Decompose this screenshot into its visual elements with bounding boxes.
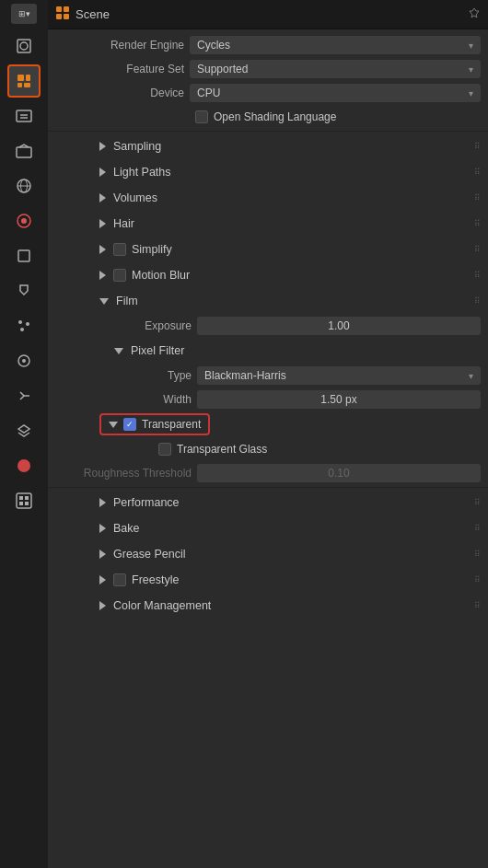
hair-title: Hair xyxy=(113,217,134,230)
view-layer-icon[interactable] xyxy=(7,134,41,168)
world-icon[interactable] xyxy=(7,204,41,237)
svg-rect-2 xyxy=(17,75,24,81)
open-shading-checkbox[interactable] xyxy=(195,110,208,123)
feature-set-row: Feature Set Supported ▾ xyxy=(48,57,488,81)
render-freestyle-icon[interactable] xyxy=(7,484,41,517)
svg-rect-6 xyxy=(17,110,31,122)
svg-point-1 xyxy=(20,42,28,50)
svg-rect-23 xyxy=(19,496,23,500)
color-management-section[interactable]: Color Management ⠿ xyxy=(48,593,488,619)
hair-dots: ⠿ xyxy=(474,219,481,228)
type-row: Type Blackman-Harris ▾ xyxy=(48,364,488,388)
width-value[interactable]: 1.50 px xyxy=(197,390,481,409)
mode-button-1[interactable]: ⊞▾ xyxy=(11,4,37,24)
svg-point-18 xyxy=(20,328,24,331)
bake-section[interactable]: Bake ⠿ xyxy=(48,515,488,541)
svg-rect-15 xyxy=(18,250,29,261)
width-label: Width xyxy=(63,393,192,406)
transparent-glass-label: Transparent Glass xyxy=(177,443,267,456)
type-label: Type xyxy=(63,369,192,382)
modifier-properties-icon[interactable] xyxy=(7,274,41,307)
device-row: Device CPU ▾ xyxy=(48,81,488,105)
pixel-filter-triangle xyxy=(114,348,123,354)
render-engine-dropdown[interactable]: Cycles ▾ xyxy=(190,36,481,54)
device-arrow: ▾ xyxy=(469,88,473,98)
data-properties-icon[interactable] xyxy=(7,414,41,447)
svg-rect-29 xyxy=(56,14,62,19)
svg-rect-9 xyxy=(17,147,31,157)
bake-dots: ⠿ xyxy=(474,524,481,533)
scene-icon[interactable] xyxy=(7,169,41,203)
transparent-checkbox[interactable]: ✓ xyxy=(123,418,136,431)
performance-triangle xyxy=(99,498,106,507)
svg-rect-0 xyxy=(17,40,30,52)
film-dots: ⠿ xyxy=(474,296,481,306)
grease-pencil-section[interactable]: Grease Pencil ⠿ xyxy=(48,541,488,567)
film-section[interactable]: Film ⠿ xyxy=(48,288,488,314)
open-shading-group: Open Shading Language xyxy=(195,110,336,123)
render-properties-icon[interactable] xyxy=(7,29,41,63)
motion-blur-title: Motion Blur xyxy=(132,269,190,282)
main-panel: Scene Render Engine Cycles ▾ Feature Set xyxy=(48,0,488,868)
svg-rect-5 xyxy=(24,83,30,87)
svg-rect-22 xyxy=(17,493,31,508)
performance-section[interactable]: Performance ⠿ xyxy=(48,490,488,515)
freestyle-checkbox[interactable] xyxy=(113,573,126,586)
transparent-row: ✓ Transparent xyxy=(48,411,488,437)
output-properties-icon[interactable] xyxy=(7,99,41,133)
simplify-triangle xyxy=(99,245,106,254)
render-engine-label: Render Engine xyxy=(55,39,184,52)
volumes-section[interactable]: Volumes ⠿ xyxy=(48,185,488,211)
device-dropdown[interactable]: CPU ▾ xyxy=(190,84,481,102)
transparent-glass-checkbox[interactable] xyxy=(158,443,171,456)
volumes-title: Volumes xyxy=(113,191,157,204)
render-engine-value[interactable]: Cycles ▾ xyxy=(190,36,481,54)
hair-section[interactable]: Hair ⠿ xyxy=(48,211,488,237)
freestyle-dots: ⠿ xyxy=(474,575,481,584)
sidebar: ⊞▾ xyxy=(0,0,48,868)
exposure-value[interactable]: 1.00 xyxy=(197,317,481,335)
svg-rect-30 xyxy=(64,14,69,19)
physics-icon[interactable] xyxy=(7,344,41,377)
svg-point-20 xyxy=(22,359,26,363)
width-input[interactable]: 1.50 px xyxy=(197,390,481,409)
grease-pencil-title: Grease Pencil xyxy=(113,548,186,561)
device-text: CPU xyxy=(197,87,220,99)
color-management-dots: ⠿ xyxy=(474,601,481,610)
motion-blur-triangle xyxy=(99,271,106,280)
volumes-dots: ⠿ xyxy=(474,193,481,203)
simplify-section[interactable]: Simplify ⠿ xyxy=(48,237,488,262)
material-icon[interactable] xyxy=(7,449,41,482)
transparent-triangle xyxy=(109,422,118,428)
scene-topbar-icon xyxy=(55,6,70,23)
bake-triangle xyxy=(99,524,106,533)
light-paths-section[interactable]: Light Paths ⠿ xyxy=(48,159,488,185)
freestyle-section[interactable]: Freestyle ⠿ xyxy=(48,567,488,593)
scene-properties-icon[interactable] xyxy=(7,64,41,98)
svg-rect-25 xyxy=(19,502,23,505)
feature-set-value[interactable]: Supported ▾ xyxy=(190,60,481,78)
freestyle-triangle xyxy=(99,575,106,584)
svg-rect-4 xyxy=(17,83,22,87)
grease-pencil-triangle xyxy=(99,550,106,559)
exposure-row: Exposure 1.00 xyxy=(48,314,488,338)
feature-set-dropdown[interactable]: Supported ▾ xyxy=(190,60,481,78)
type-value[interactable]: Blackman-Harris ▾ xyxy=(197,366,481,385)
hair-triangle xyxy=(99,219,106,228)
pixel-filter-section[interactable]: Pixel Filter xyxy=(48,338,488,364)
device-value[interactable]: CPU ▾ xyxy=(190,84,481,102)
pin-button[interactable] xyxy=(468,6,481,22)
simplify-title: Simplify xyxy=(132,243,172,256)
light-paths-triangle xyxy=(99,168,106,177)
particles-icon[interactable] xyxy=(7,309,41,342)
constraints-icon[interactable] xyxy=(7,379,41,412)
type-dropdown[interactable]: Blackman-Harris ▾ xyxy=(197,366,481,385)
motion-blur-checkbox[interactable] xyxy=(113,269,126,282)
motion-blur-dots: ⠿ xyxy=(474,271,481,280)
sampling-section[interactable]: Sampling ⠿ xyxy=(48,133,488,159)
exposure-input[interactable]: 1.00 xyxy=(197,317,481,335)
roughness-threshold-input: 0.10 xyxy=(197,464,481,482)
simplify-checkbox[interactable] xyxy=(113,243,126,256)
motion-blur-section[interactable]: Motion Blur ⠿ xyxy=(48,262,488,288)
object-properties-icon[interactable] xyxy=(7,239,41,272)
